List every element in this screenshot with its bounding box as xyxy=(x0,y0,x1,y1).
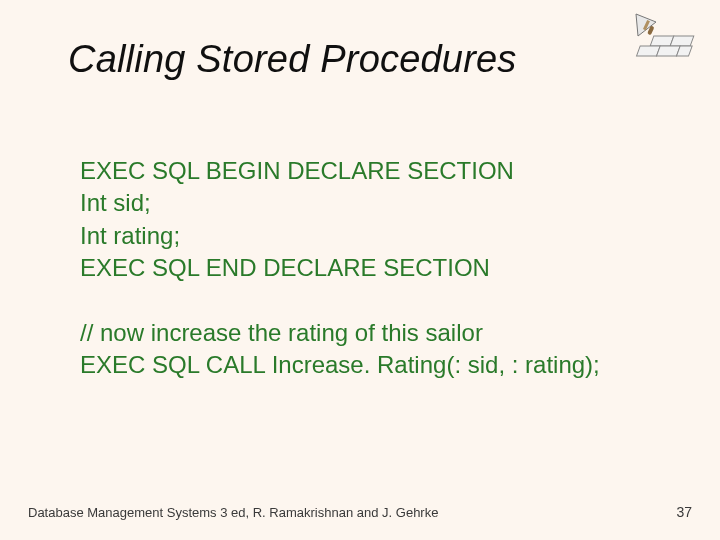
svg-rect-1 xyxy=(670,36,694,46)
code-line: Int sid; xyxy=(80,187,600,219)
code-line: Int rating; xyxy=(80,220,600,252)
spacer xyxy=(80,285,600,317)
code-line: EXEC SQL BEGIN DECLARE SECTION xyxy=(80,155,600,187)
code-line: EXEC SQL CALL Increase. Rating(: sid, : … xyxy=(80,349,600,381)
slide-title: Calling Stored Procedures xyxy=(68,38,517,81)
page-number: 37 xyxy=(676,504,692,520)
code-line: EXEC SQL END DECLARE SECTION xyxy=(80,252,600,284)
footer-text: Database Management Systems 3 ed, R. Ram… xyxy=(28,505,438,520)
bricks-trowel-icon xyxy=(628,8,698,68)
slide: Calling Stored Procedures EXEC SQL BEGIN… xyxy=(0,0,720,540)
code-line: // now increase the rating of this sailo… xyxy=(80,317,600,349)
slide-body: EXEC SQL BEGIN DECLARE SECTION Int sid; … xyxy=(80,155,600,381)
